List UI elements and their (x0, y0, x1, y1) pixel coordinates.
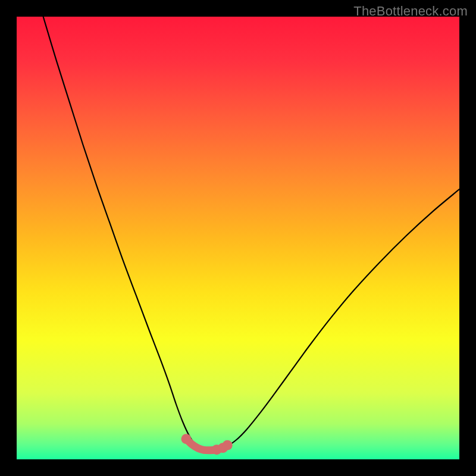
watermark-text: TheBottleneck.com (353, 4, 468, 19)
chart-container: TheBottleneck.com (0, 0, 476, 476)
curve-path (43, 17, 459, 450)
svg-point-1 (181, 434, 191, 444)
bottleneck-curve (17, 17, 459, 459)
plot-area (17, 17, 459, 459)
svg-point-4 (223, 440, 233, 450)
